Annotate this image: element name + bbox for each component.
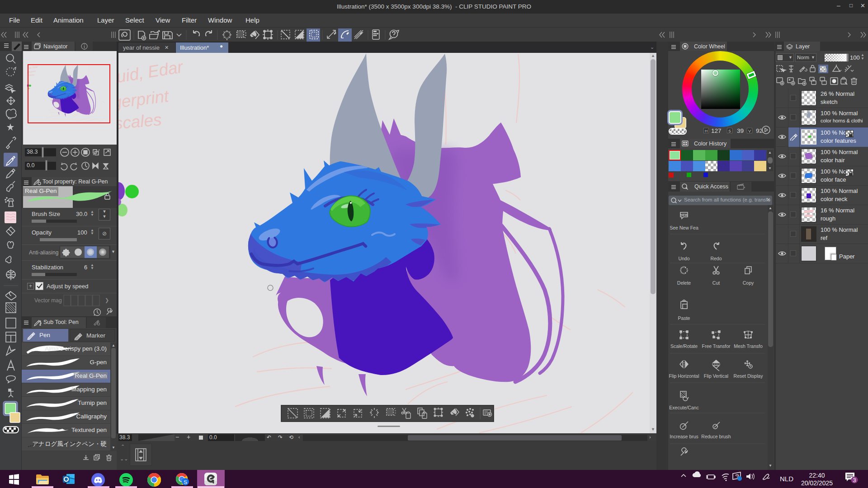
svg-text:3: 3: [853, 477, 856, 483]
svg-text:20/02/2025: 20/02/2025: [801, 479, 833, 487]
svg-text:NEW: NEW: [680, 213, 688, 216]
svg-text:gerprint: gerprint: [118, 87, 170, 112]
svg-text:scales: scales: [118, 110, 162, 133]
svg-text:22:40: 22:40: [809, 472, 825, 479]
svg-text:NLD: NLD: [780, 475, 793, 483]
svg-text:uid, Edar: uid, Edar: [118, 57, 185, 86]
svg-text:S: S: [184, 479, 187, 485]
